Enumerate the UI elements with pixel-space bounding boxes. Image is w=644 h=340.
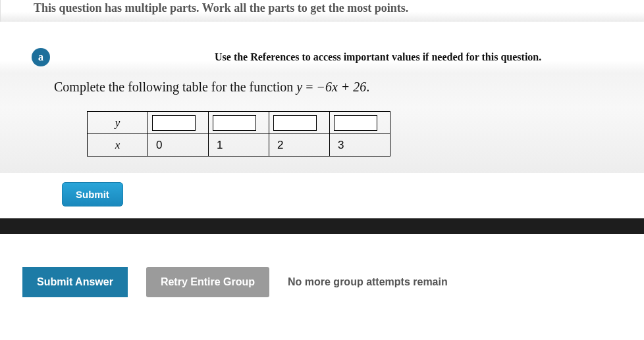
part-header: a Use the References to access important… (0, 41, 644, 73)
y-input-3[interactable] (334, 115, 377, 131)
part-a: a Use the References to access important… (0, 41, 644, 218)
x-cell-1: 1 (209, 134, 269, 157)
retry-group-button[interactable]: Retry Entire Group (146, 267, 269, 297)
submit-row: Submit (0, 173, 644, 218)
y-input-2[interactable] (273, 115, 317, 131)
no-more-attempts-text: No more group attempts remain (288, 276, 448, 288)
y-cell-3 (330, 112, 390, 134)
banner-text: This question has multiple parts. Work a… (34, 0, 644, 15)
x-cell-0: 0 (148, 134, 209, 157)
x-label: x (88, 134, 148, 157)
x-cell-2: 2 (269, 134, 330, 157)
prompt-suffix: . (366, 80, 369, 94)
y-input-1[interactable] (213, 115, 256, 131)
equation-eq: = (302, 80, 316, 94)
x-cell-3: 3 (330, 134, 390, 157)
y-cell-2 (269, 112, 330, 134)
y-cell-1 (209, 112, 269, 134)
equation-rhs: −6x + 26 (316, 80, 366, 94)
function-table: y x 0 1 2 3 (87, 111, 390, 157)
y-input-0[interactable] (152, 115, 196, 131)
question-prompt: Complete the following table for the fun… (0, 73, 644, 108)
y-row: y (88, 112, 390, 134)
prompt-prefix: Complete the following table for the fun… (54, 80, 296, 94)
submit-answer-button[interactable]: Submit Answer (22, 267, 128, 297)
x-row: x 0 1 2 3 (88, 134, 390, 157)
submit-button[interactable]: Submit (62, 182, 123, 206)
equation-var: y (296, 80, 302, 94)
multipart-banner: This question has multiple parts. Work a… (0, 0, 644, 22)
references-text: Use the References to access important v… (215, 51, 541, 63)
table-container: y x 0 1 2 3 (0, 108, 644, 173)
bottom-actions: Submit Answer Retry Entire Group No more… (0, 267, 644, 324)
divider-bar (0, 218, 644, 234)
y-cell-0 (148, 112, 209, 134)
part-badge: a (32, 48, 50, 66)
y-label: y (88, 112, 148, 134)
